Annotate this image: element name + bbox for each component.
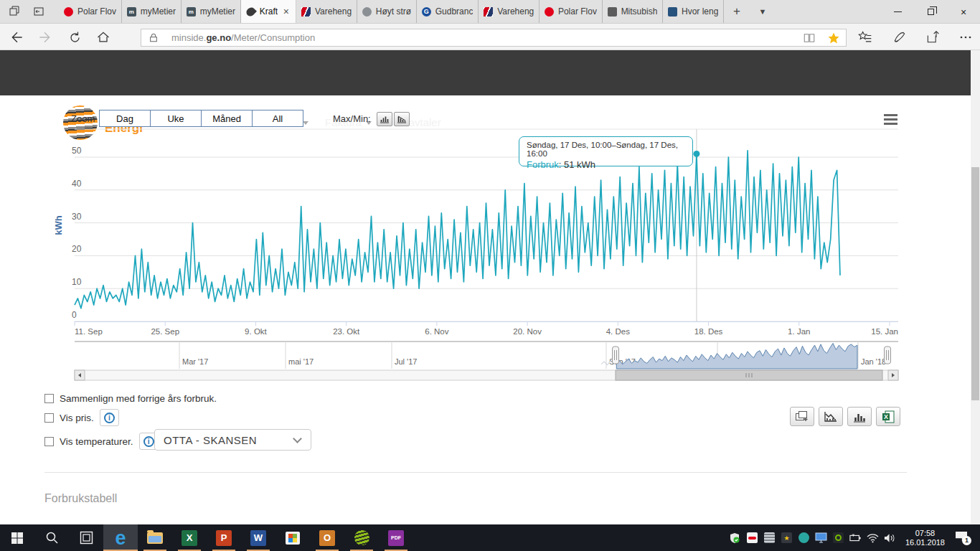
taskbar-outlook-icon[interactable]: O [310, 524, 344, 551]
x-axis-label: 25. Sep [151, 327, 179, 336]
clock-date: 16.01.2018 [905, 538, 945, 547]
taskbar-excel-icon[interactable]: X [172, 524, 207, 551]
polar-favicon [64, 7, 73, 17]
tab-title: myMetier [200, 6, 235, 17]
navigator-left-handle[interactable] [613, 347, 619, 364]
browser-tab-h-yt-str-[interactable]: Høyt strø [357, 0, 417, 23]
browser-tab-mymetier[interactable]: mmyMetier [182, 0, 241, 23]
tray-volume-icon[interactable] [884, 532, 896, 544]
back-icon[interactable] [7, 27, 27, 47]
taskbar-start-icon[interactable] [0, 524, 34, 551]
tray-pc-status-icon[interactable] [815, 532, 827, 544]
x-axis-label: 18. Des [694, 327, 723, 336]
minimize-button[interactable] [881, 0, 914, 24]
more-options-icon[interactable] [956, 27, 976, 47]
browser-tab-mitsubish[interactable]: Mitsubish [603, 0, 663, 23]
x-axis-label: 15. Jan [871, 327, 898, 336]
svg-text:X: X [884, 413, 888, 420]
taskbar-word-icon[interactable]: W [241, 524, 275, 551]
notification-badge: 1 [962, 536, 971, 545]
forward-icon[interactable] [34, 27, 55, 47]
browser-tab-vareheng[interactable]: Vareheng [296, 0, 357, 23]
y-axis-label: 20 [72, 244, 82, 254]
vareheng-favicon [301, 7, 311, 17]
mitsubishi-favicon [608, 7, 617, 17]
taskbar-foxit-pdf-icon[interactable]: PDF [379, 524, 413, 551]
taskbar-search-icon[interactable] [34, 524, 69, 551]
tray-photo-star-icon[interactable]: ★ [781, 532, 793, 544]
action-center-icon[interactable]: 1 [954, 531, 971, 545]
tray-battery-icon[interactable] [849, 532, 862, 544]
taskbar-task-view-icon[interactable] [69, 524, 103, 551]
close-window-button[interactable]: × [947, 0, 980, 24]
navigator-right-handle[interactable] [885, 347, 891, 364]
taskbar-spotify-icon[interactable] [344, 524, 379, 551]
x-axis-label: 20. Nov [513, 327, 542, 336]
reading-view-icon[interactable] [797, 29, 821, 46]
taskbar-powerpoint-icon[interactable]: P [207, 524, 241, 551]
browser-address-bar: minside.ge.no/Meter/Consumption [0, 24, 980, 50]
tab-title: Gudbranc [435, 6, 473, 17]
show-temperature-checkbox[interactable] [44, 437, 54, 446]
navigator-month-label: Jan '18 [861, 357, 886, 366]
new-tab-button[interactable]: + [724, 0, 750, 23]
taskbar-file-explorer-icon[interactable] [138, 524, 172, 551]
export-excel-button[interactable]: X [876, 407, 900, 426]
refresh-icon[interactable] [65, 27, 85, 47]
price-info-button[interactable]: i [100, 409, 119, 426]
browser-tab-polar-flov[interactable]: Polar Flov [59, 0, 122, 23]
info-icon: i [104, 413, 115, 423]
x-axis-label: 9. Okt [245, 327, 267, 336]
taskbar-clock[interactable]: 07:58 16.01.2018 [905, 529, 945, 547]
browser-tab-polar-flov[interactable]: Polar Flov [540, 0, 603, 23]
tab-title: Kraft [260, 6, 278, 17]
page-scrollbar-thumb[interactable] [971, 167, 979, 400]
share-icon[interactable] [923, 27, 943, 47]
browser-tab-mymetier[interactable]: mmyMetier [122, 0, 182, 23]
close-tab-icon[interactable]: × [282, 6, 291, 17]
url-text: minside.ge.no/Meter/Consumption [171, 32, 797, 43]
weather-station-select[interactable]: OTTA - SKANSEN [154, 429, 311, 451]
browser-tab-kraft[interactable]: Kraft× [241, 0, 296, 23]
bar-chart-button[interactable] [847, 407, 872, 426]
set-aside-tabs-icon[interactable] [30, 3, 47, 20]
tray-defender-icon[interactable] [729, 532, 741, 544]
tray-polar-sync-icon[interactable] [746, 532, 758, 544]
compare-previous-year-checkbox[interactable] [44, 394, 54, 403]
browser-tab-gudbranc[interactable]: GGudbranc [417, 0, 479, 23]
export-image-button[interactable] [790, 407, 814, 426]
tray-wifi-icon[interactable] [867, 532, 879, 544]
y-axis-label: 40 [72, 179, 82, 189]
show-temperature-row: Vis temperaturer. i [44, 431, 159, 451]
hovered-point-marker [693, 151, 699, 157]
browser-tab-hvor-leng[interactable]: Hvor leng [663, 0, 724, 23]
show-price-label: Vis pris. [60, 413, 94, 423]
restore-button[interactable] [914, 0, 947, 24]
taskbar-store-icon[interactable] [275, 524, 310, 551]
taskbar-edge-icon[interactable]: e [103, 524, 138, 551]
y-axis-label: 50 [72, 146, 82, 156]
navigator-month-label: Jul '17 [395, 357, 417, 366]
tray-remote-grid-icon[interactable] [763, 532, 776, 544]
browser-tab-bar: Polar FlovmmyMetiermmyMetierKraft×Varehe… [0, 0, 980, 24]
url-field[interactable]: minside.ge.no/Meter/Consumption [141, 29, 847, 47]
tab-title: Hvor leng [682, 6, 718, 17]
hub-favorites-icon[interactable] [855, 27, 875, 47]
tab-title: Høyt strø [376, 6, 411, 17]
tray-maps-icon[interactable] [798, 532, 810, 544]
y-axis-label: 0 [72, 310, 77, 320]
show-price-checkbox[interactable] [44, 413, 54, 423]
tab-list-dropdown[interactable]: ▼ [750, 0, 776, 23]
tab-preview-icon[interactable] [6, 3, 23, 20]
home-icon[interactable] [93, 27, 113, 47]
page-scrollbar[interactable] [971, 50, 980, 524]
y-axis-title: kWh [53, 215, 64, 235]
tray-nvidia-icon[interactable] [832, 532, 844, 544]
annotate-pen-icon[interactable] [890, 27, 910, 47]
favorite-star-icon[interactable] [821, 29, 846, 46]
browser-tab-vareheng[interactable]: Vareheng [479, 0, 540, 23]
system-tray: ★ 07:58 16.01.2018 1 [729, 524, 980, 551]
x-axis-label: 23. Okt [333, 327, 360, 336]
export-chart-button[interactable] [819, 407, 843, 426]
section-divider [44, 472, 907, 473]
